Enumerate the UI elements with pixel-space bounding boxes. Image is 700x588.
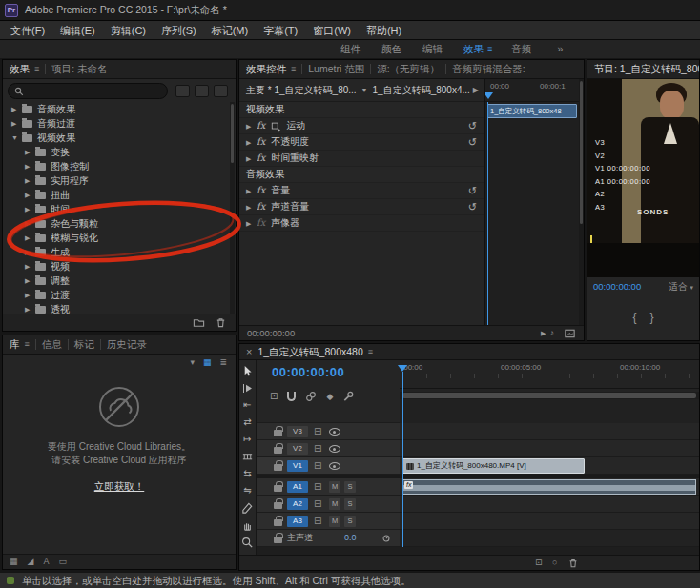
menu-help[interactable]: 帮助(H) [359,21,409,40]
twirl-icon[interactable]: ▶ [25,249,35,255]
pan-knob-icon[interactable] [381,533,392,544]
mark-in-icon[interactable]: { [632,312,636,323]
get-creative-cloud-link[interactable]: 立即获取！ [94,481,145,492]
effects-scrollbar[interactable] [230,102,235,314]
menu-file[interactable]: 文件(F) [3,21,52,40]
track-target-button[interactable]: V2 [287,443,308,455]
solo-track-button[interactable]: S [344,481,356,493]
twirl-icon[interactable]: ▶ [25,149,35,155]
track-target-button[interactable]: V3 [287,426,308,437]
lock-icon[interactable] [274,502,282,509]
chevron-down-icon[interactable]: ▾ [190,358,195,367]
twirl-icon[interactable]: ▶ [246,188,257,194]
track-target-button[interactable]: A2 [287,498,308,510]
twirl-icon[interactable]: ▶ [25,263,35,270]
ripple-edit-tool[interactable]: ⇤ [239,396,256,414]
solo-track-button[interactable]: S [344,498,356,510]
master-clip-label[interactable]: 主要 * 1_自定义转码_80... [246,86,357,95]
timeline-ruler[interactable]: :00:00 00:00:05:00 00:00:10:00 [400,360,699,389]
twirl-icon[interactable]: ▶ [11,120,22,127]
effects-search-box[interactable] [8,83,168,99]
letter-a-icon[interactable]: A [43,558,49,566]
menu-title[interactable]: 字幕(T) [256,21,305,40]
bit-depth-filter-icon[interactable] [195,85,209,97]
tree-item-generate[interactable]: ▶生成 [3,245,230,259]
menu-window[interactable]: 窗口(W) [305,21,359,40]
twirl-icon[interactable]: ▶ [25,220,35,227]
grid-view-icon[interactable]: ▦ [203,358,212,367]
sync-lock-icon[interactable]: ⊟ [314,516,321,527]
selection-tool[interactable] [239,362,256,379]
track-lane-a2[interactable] [400,496,699,513]
twirl-icon[interactable]: ▶ [25,234,35,241]
sync-lock-icon[interactable]: ⊟ [314,498,321,510]
tree-item-audio-effects[interactable]: ▶音频效果 [3,102,230,116]
nest-insert-icon[interactable]: ⊡ [270,392,278,401]
sync-lock-icon[interactable]: ⊟ [314,481,321,493]
effect-row-channel-volume[interactable]: ▶ fx 声道音量 ↺ [239,199,484,215]
square-dot-icon[interactable]: ⊡ [535,558,543,567]
lock-icon[interactable] [274,519,282,526]
hand-tool[interactable] [239,517,256,534]
track-target-button[interactable]: V1 [287,460,308,472]
mute-track-button[interactable]: M [329,516,340,527]
zoom-level-select[interactable]: 适合 ▾ [669,282,693,292]
tab-effects[interactable]: 效果 [10,64,30,74]
twirl-icon[interactable]: ▶ [25,192,35,198]
mini-timeline-ruler[interactable]: 00:00 00:00:1 [485,79,579,102]
workspace-overflow-icon[interactable]: » [557,44,563,54]
track-lane-v1[interactable]: 1_自定义转码_800x480.MP4 [V] [400,457,699,475]
track-lane-a3[interactable] [400,513,699,530]
playhead-line[interactable] [487,102,488,325]
twirl-icon[interactable]: ▶ [246,204,257,211]
tree-item-blur-sharpen[interactable]: ▶模糊与锐化 [3,231,230,245]
twirl-icon[interactable]: ▶ [11,106,22,112]
twirl-icon[interactable]: ▼ [11,134,22,141]
sequence-clip-label[interactable]: 1_自定义转码_800x4... [373,86,470,95]
work-area-segment[interactable] [402,393,696,398]
tab-history[interactable]: 历史记录 [107,339,147,350]
timeline-settings-wrench-icon[interactable] [342,391,354,402]
menu-clip[interactable]: 剪辑(C) [103,21,154,40]
fx-badge-icon[interactable]: fx [257,153,265,163]
tab-effect-controls[interactable]: 效果控件 [246,64,286,74]
tab-info[interactable]: 信息 [42,339,62,350]
tree-item-image-control[interactable]: ▶图像控制 [3,159,230,173]
tab-audio-clip-mixer[interactable]: 音频剪辑混合器: [452,64,525,74]
toggle-track-output-eye-icon[interactable] [329,462,340,470]
tree-item-utility[interactable]: ▶实用程序 [3,173,230,188]
track-lane-a1[interactable]: fx [400,478,699,496]
effect-row-opacity[interactable]: ▶ fx 不透明度 ↺ [239,134,484,151]
track-lane-v2[interactable] [400,440,699,457]
toggle-track-output-eye-icon[interactable] [329,445,340,453]
tab-markers[interactable]: 标记 [74,339,94,350]
trash-icon[interactable] [567,558,579,569]
fx-badge-icon[interactable]: fx [257,137,265,147]
twirl-icon[interactable]: ▶ [25,177,35,184]
twirl-icon[interactable]: ▶ [246,123,257,130]
razor-tool[interactable] [239,448,256,465]
playhead-marker-icon[interactable] [484,92,493,104]
slip-tool[interactable]: ⇆ [239,465,256,482]
new-custom-bin-icon[interactable] [193,316,205,329]
menu-edit[interactable]: 编辑(E) [52,21,103,40]
rolling-edit-tool[interactable]: ⇄ [239,414,256,431]
workspace-tab-assembly[interactable]: 组件 [330,44,371,54]
effect-row-time-remapping[interactable]: ▶ fx 时间重映射 [239,151,484,167]
mute-track-button[interactable]: M [329,498,340,510]
workspace-menu-icon[interactable]: ≡ [487,45,501,53]
list-view-icon[interactable]: ≣ [219,358,227,367]
panel-menu-icon[interactable]: ≡ [34,65,39,73]
workspace-tab-editing[interactable]: 编辑 [412,44,453,54]
work-area-bar[interactable] [400,392,699,399]
circle-icon[interactable]: ○ [552,558,557,567]
mute-track-button[interactable]: M [329,481,340,493]
lock-icon[interactable] [274,447,282,454]
zoom-tool[interactable] [239,534,256,551]
tree-item-video[interactable]: ▶视频 [3,259,230,274]
menu-sequence[interactable]: 序列(S) [154,21,204,40]
lock-icon[interactable] [274,430,282,436]
close-panel-icon[interactable]: × [246,347,252,357]
twirl-icon[interactable]: ▶ [25,206,35,213]
scrollbar-thumb[interactable] [231,104,234,163]
